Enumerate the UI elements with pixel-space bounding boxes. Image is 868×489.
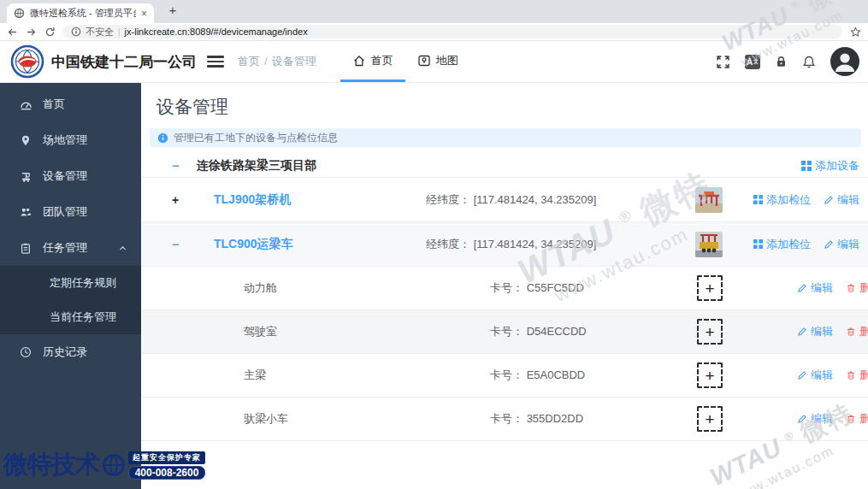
tab-close-icon[interactable]: × [141, 8, 147, 20]
edit-label: 编辑 [811, 280, 833, 296]
sidebar-item-label: 首页 [43, 97, 65, 112]
bookmark-star-icon[interactable] [850, 27, 861, 38]
device-collapse-toggle[interactable]: − [167, 238, 184, 251]
device-thumbnail[interactable] [695, 232, 723, 257]
point-card: 卡号： C55FC5DD [490, 280, 584, 296]
tab-home-label: 首页 [371, 53, 393, 68]
url-text: jx-linkcreate.cn:8089/#/devicemanage/ind… [125, 27, 308, 37]
sidebar-item-site-management[interactable]: 场地管理 [0, 122, 141, 158]
sidebar-subitem-periodic-task-rules[interactable]: 定期任务规则 [0, 266, 141, 300]
add-point-button[interactable]: 添加检位 [753, 192, 811, 208]
alert-text: 管理已有工地下的设备与点检位信息 [174, 131, 338, 145]
sidebar-subitem-current-task-management[interactable]: 当前任务管理 [0, 300, 141, 334]
sidebar-item-task-management[interactable]: 任务管理 [0, 230, 141, 266]
pencil-icon [797, 370, 807, 380]
card-value: C55FC5DD [527, 281, 584, 294]
card-label: 卡号： [490, 325, 523, 338]
upload-image-box[interactable]: + [697, 275, 723, 301]
url-bar[interactable]: 不安全 | jx-linkcreate.cn:8089/#/devicemana… [63, 25, 842, 38]
upload-image-box[interactable]: + [697, 362, 723, 388]
device-actions: 添加检位 编辑 [753, 237, 859, 252]
home-icon [352, 54, 366, 68]
device-actions: 添加检位 编辑 [753, 192, 859, 208]
header-nav-tabs: 首页 地图 [340, 41, 470, 82]
lock-icon[interactable] [775, 55, 788, 68]
chevron-up-icon [118, 244, 127, 253]
group-collapse-toggle[interactable]: − [167, 159, 184, 173]
card-value: 355DD2DD [527, 412, 583, 425]
app-header: 中国铁建十二局一公司 首页/设备管理 首页 地图 [0, 41, 868, 83]
upload-image-box[interactable]: + [697, 406, 723, 432]
forward-icon[interactable] [26, 27, 37, 38]
add-point-label: 添加检位 [766, 192, 811, 208]
delete-button[interactable]: 删除 [846, 280, 868, 296]
pencil-icon [824, 195, 834, 205]
device-name-link[interactable]: TLC900运梁车 [214, 237, 293, 252]
browser-toolbar: 不安全 | jx-linkcreate.cn:8089/#/devicemana… [0, 23, 868, 41]
tab-home[interactable]: 首页 [340, 41, 405, 82]
sidebar-item-label: 团队管理 [43, 204, 87, 220]
device-expand-toggle[interactable]: + [167, 193, 184, 207]
coord-value: [117.481424, 34.235209] [474, 193, 597, 206]
card-label: 卡号： [490, 281, 523, 294]
sidebar-item-home[interactable]: 首页 [0, 86, 141, 122]
edit-button[interactable]: 编辑 [824, 237, 859, 252]
sidebar-item-device-management[interactable]: 设备管理 [0, 158, 141, 194]
plus-icon: + [705, 280, 714, 297]
breadcrumb-home[interactable]: 首页 [238, 55, 260, 68]
trash-icon [846, 370, 856, 380]
point-row-beam-trolley: 驮梁小车 卡号： 355DD2DD + 编辑 删除 [141, 398, 868, 441]
browser-tab[interactable]: 微特巡检系统 - 管理员平台 × [7, 3, 154, 23]
edit-label: 编辑 [811, 324, 833, 339]
grid-add-icon [753, 239, 763, 249]
pencil-icon [797, 283, 807, 293]
fullscreen-icon[interactable] [716, 55, 730, 69]
point-row-power-cabin: 动力舱 卡号： C55FC5DD + 编辑 删除 [141, 267, 868, 310]
bell-icon[interactable] [802, 55, 816, 69]
edit-button[interactable]: 编辑 [797, 411, 833, 427]
hamburger-menu-icon[interactable] [207, 56, 224, 68]
clock-icon [19, 346, 32, 358]
device-table: − 连徐铁路架梁三项目部 添加设备 + TLJ900架桥机 经纬度： [117.… [141, 154, 868, 441]
breadcrumb-separator: / [264, 55, 268, 68]
add-device-button[interactable]: 添加设备 [801, 158, 859, 174]
upload-image-box[interactable]: + [697, 319, 723, 345]
tab-map[interactable]: 地图 [405, 41, 470, 82]
delete-label: 删除 [859, 411, 868, 427]
reload-icon[interactable] [44, 27, 56, 38]
add-point-button[interactable]: 添加检位 [753, 237, 811, 252]
screen: 微特巡检系统 - 管理员平台 × + 不安全 | jx-linkcreate.c… [0, 0, 868, 489]
beam-carrier-photo [695, 232, 723, 257]
delete-button[interactable]: 删除 [846, 368, 868, 383]
delete-button[interactable]: 删除 [846, 324, 868, 339]
sidebar-item-history[interactable]: 历史记录 [0, 334, 141, 370]
card-value: D54ECCDD [527, 325, 587, 338]
edit-button[interactable]: 编辑 [797, 324, 833, 339]
device-thumbnail[interactable] [695, 187, 723, 213]
edit-label: 编辑 [837, 192, 859, 208]
back-icon[interactable] [7, 27, 18, 38]
device-coordinates: 经纬度： [117.481424, 34.235209] [426, 192, 596, 208]
edit-button[interactable]: 编辑 [824, 192, 859, 208]
sidebar-item-label: 历史记录 [43, 345, 87, 360]
user-avatar[interactable] [830, 47, 859, 76]
translate-icon[interactable]: A文 [745, 55, 760, 69]
sidebar-item-team-management[interactable]: 团队管理 [0, 194, 141, 230]
pencil-icon [797, 327, 807, 337]
new-tab-button[interactable]: + [164, 3, 181, 17]
edit-button[interactable]: 编辑 [797, 368, 833, 383]
sidebar-item-label: 场地管理 [43, 133, 87, 148]
point-name: 驮梁小车 [244, 411, 288, 427]
sidebar-item-label: 任务管理 [43, 240, 87, 256]
breadcrumb-current: 设备管理 [272, 55, 316, 68]
point-row-cab: 驾驶室 卡号： D54ECCDD + 编辑 删除 [141, 310, 868, 354]
info-alert: 管理已有工地下的设备与点检位信息 [150, 128, 861, 147]
alert-info-icon [157, 133, 168, 144]
device-name-link[interactable]: TLJ900架桥机 [214, 192, 291, 208]
map-icon [417, 54, 431, 68]
trash-icon [846, 283, 856, 293]
card-value: E5A0CBDD [527, 368, 586, 381]
edit-button[interactable]: 编辑 [797, 280, 833, 296]
point-name: 主梁 [244, 368, 266, 383]
delete-button[interactable]: 删除 [846, 411, 868, 427]
